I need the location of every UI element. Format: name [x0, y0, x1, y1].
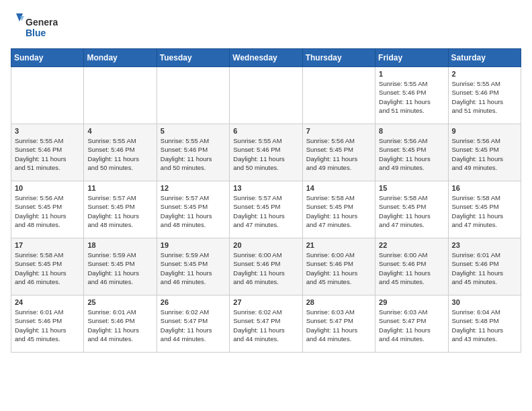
calendar-cell: 9Sunrise: 5:56 AM Sunset: 5:45 PM Daylig…	[448, 124, 521, 181]
calendar-cell: 27Sunrise: 6:02 AM Sunset: 5:47 PM Dayli…	[230, 295, 302, 353]
calendar-cell: 4Sunrise: 5:55 AM Sunset: 5:46 PM Daylig…	[84, 124, 157, 181]
day-number: 30	[452, 298, 517, 306]
calendar-cell: 8Sunrise: 5:56 AM Sunset: 5:45 PM Daylig…	[375, 124, 448, 181]
day-info: Sunrise: 5:56 AM Sunset: 5:45 PM Dayligh…	[15, 193, 80, 229]
day-info: Sunrise: 5:58 AM Sunset: 5:45 PM Dayligh…	[15, 250, 80, 286]
weekday-header-sunday: Sunday	[11, 49, 84, 67]
day-number: 15	[379, 184, 444, 192]
day-number: 18	[87, 241, 152, 249]
weekday-header-friday: Friday	[375, 49, 448, 67]
day-number: 6	[233, 127, 298, 135]
calendar-cell: 21Sunrise: 6:00 AM Sunset: 5:46 PM Dayli…	[302, 238, 375, 295]
calendar-cell: 10Sunrise: 5:56 AM Sunset: 5:45 PM Dayli…	[11, 181, 84, 238]
day-info: Sunrise: 6:01 AM Sunset: 5:46 PM Dayligh…	[452, 250, 517, 286]
day-number: 9	[452, 127, 517, 135]
day-number: 17	[15, 241, 80, 249]
calendar-cell: 25Sunrise: 6:01 AM Sunset: 5:46 PM Dayli…	[84, 295, 157, 353]
day-info: Sunrise: 5:56 AM Sunset: 5:45 PM Dayligh…	[306, 136, 371, 172]
day-info: Sunrise: 6:00 AM Sunset: 5:46 PM Dayligh…	[233, 250, 298, 286]
day-number: 4	[87, 127, 152, 135]
day-number: 23	[452, 241, 517, 249]
calendar-cell	[84, 67, 157, 124]
day-info: Sunrise: 6:04 AM Sunset: 5:48 PM Dayligh…	[452, 308, 517, 343]
day-number: 29	[379, 298, 444, 306]
logo: General Blue	[11, 11, 58, 43]
calendar-cell: 16Sunrise: 5:58 AM Sunset: 5:45 PM Dayli…	[448, 181, 521, 238]
day-info: Sunrise: 5:59 AM Sunset: 5:45 PM Dayligh…	[87, 250, 152, 286]
day-number: 16	[452, 184, 517, 192]
calendar-cell: 13Sunrise: 5:57 AM Sunset: 5:45 PM Dayli…	[230, 181, 302, 238]
day-number: 27	[233, 298, 298, 306]
calendar-cell: 28Sunrise: 6:03 AM Sunset: 5:47 PM Dayli…	[302, 295, 375, 353]
day-info: Sunrise: 6:00 AM Sunset: 5:46 PM Dayligh…	[306, 250, 371, 286]
logo-svg: General Blue	[11, 11, 58, 43]
day-number: 1	[379, 70, 444, 78]
calendar-cell: 5Sunrise: 5:55 AM Sunset: 5:46 PM Daylig…	[157, 124, 229, 181]
calendar-cell: 7Sunrise: 5:56 AM Sunset: 5:45 PM Daylig…	[302, 124, 375, 181]
page-header: General Blue	[11, 11, 521, 43]
weekday-header-wednesday: Wednesday	[230, 49, 302, 67]
day-info: Sunrise: 5:56 AM Sunset: 5:45 PM Dayligh…	[452, 136, 517, 172]
day-number: 3	[15, 127, 80, 135]
day-info: Sunrise: 5:58 AM Sunset: 5:45 PM Dayligh…	[379, 193, 444, 229]
day-info: Sunrise: 6:01 AM Sunset: 5:46 PM Dayligh…	[87, 308, 152, 343]
day-info: Sunrise: 5:57 AM Sunset: 5:45 PM Dayligh…	[161, 193, 226, 229]
svg-text:Blue: Blue	[26, 28, 46, 38]
week-row-1: 1Sunrise: 5:55 AM Sunset: 5:46 PM Daylig…	[11, 67, 521, 124]
week-row-2: 3Sunrise: 5:55 AM Sunset: 5:46 PM Daylig…	[11, 124, 521, 181]
svg-text:General: General	[26, 17, 58, 28]
day-info: Sunrise: 5:58 AM Sunset: 5:45 PM Dayligh…	[306, 193, 371, 229]
day-info: Sunrise: 6:02 AM Sunset: 5:47 PM Dayligh…	[233, 308, 298, 343]
calendar-cell: 6Sunrise: 5:55 AM Sunset: 5:46 PM Daylig…	[230, 124, 302, 181]
day-info: Sunrise: 5:55 AM Sunset: 5:46 PM Dayligh…	[87, 136, 152, 172]
calendar-cell	[230, 67, 302, 124]
week-row-4: 17Sunrise: 5:58 AM Sunset: 5:45 PM Dayli…	[11, 238, 521, 295]
day-number: 19	[161, 241, 226, 249]
day-number: 13	[233, 184, 298, 192]
calendar-cell: 23Sunrise: 6:01 AM Sunset: 5:46 PM Dayli…	[448, 238, 521, 295]
day-info: Sunrise: 6:03 AM Sunset: 5:47 PM Dayligh…	[306, 308, 371, 343]
calendar-cell: 19Sunrise: 5:59 AM Sunset: 5:45 PM Dayli…	[157, 238, 229, 295]
day-info: Sunrise: 5:57 AM Sunset: 5:45 PM Dayligh…	[233, 193, 298, 229]
calendar-cell: 17Sunrise: 5:58 AM Sunset: 5:45 PM Dayli…	[11, 238, 84, 295]
day-info: Sunrise: 6:00 AM Sunset: 5:46 PM Dayligh…	[379, 250, 444, 286]
day-info: Sunrise: 5:55 AM Sunset: 5:46 PM Dayligh…	[233, 136, 298, 172]
calendar-cell	[11, 67, 84, 124]
day-number: 22	[379, 241, 444, 249]
day-info: Sunrise: 5:55 AM Sunset: 5:46 PM Dayligh…	[161, 136, 226, 172]
day-number: 12	[161, 184, 226, 192]
calendar-cell: 3Sunrise: 5:55 AM Sunset: 5:46 PM Daylig…	[11, 124, 84, 181]
day-info: Sunrise: 5:57 AM Sunset: 5:45 PM Dayligh…	[87, 193, 152, 229]
day-number: 21	[306, 241, 371, 249]
calendar-cell	[157, 67, 229, 124]
day-number: 5	[161, 127, 226, 135]
day-number: 28	[306, 298, 371, 306]
calendar-cell: 24Sunrise: 6:01 AM Sunset: 5:46 PM Dayli…	[11, 295, 84, 353]
day-info: Sunrise: 5:58 AM Sunset: 5:45 PM Dayligh…	[452, 193, 517, 229]
day-number: 20	[233, 241, 298, 249]
calendar-cell: 1Sunrise: 5:55 AM Sunset: 5:46 PM Daylig…	[375, 67, 448, 124]
calendar-cell: 22Sunrise: 6:00 AM Sunset: 5:46 PM Dayli…	[375, 238, 448, 295]
weekday-header-thursday: Thursday	[302, 49, 375, 67]
day-number: 11	[87, 184, 152, 192]
calendar-cell: 18Sunrise: 5:59 AM Sunset: 5:45 PM Dayli…	[84, 238, 157, 295]
day-number: 10	[15, 184, 80, 192]
weekday-header-tuesday: Tuesday	[157, 49, 229, 67]
day-info: Sunrise: 5:55 AM Sunset: 5:46 PM Dayligh…	[15, 136, 80, 172]
day-number: 14	[306, 184, 371, 192]
day-info: Sunrise: 6:02 AM Sunset: 5:47 PM Dayligh…	[161, 308, 226, 343]
calendar-cell: 20Sunrise: 6:00 AM Sunset: 5:46 PM Dayli…	[230, 238, 302, 295]
calendar-cell: 12Sunrise: 5:57 AM Sunset: 5:45 PM Dayli…	[157, 181, 229, 238]
day-info: Sunrise: 5:59 AM Sunset: 5:45 PM Dayligh…	[161, 250, 226, 286]
day-info: Sunrise: 5:56 AM Sunset: 5:45 PM Dayligh…	[379, 136, 444, 172]
day-info: Sunrise: 5:55 AM Sunset: 5:46 PM Dayligh…	[379, 79, 444, 115]
weekday-header-saturday: Saturday	[448, 49, 521, 67]
calendar-cell: 14Sunrise: 5:58 AM Sunset: 5:45 PM Dayli…	[302, 181, 375, 238]
weekday-header-row: SundayMondayTuesdayWednesdayThursdayFrid…	[11, 49, 521, 67]
calendar-table: SundayMondayTuesdayWednesdayThursdayFrid…	[11, 48, 521, 353]
calendar-cell: 26Sunrise: 6:02 AM Sunset: 5:47 PM Dayli…	[157, 295, 229, 353]
day-number: 2	[452, 70, 517, 78]
day-number: 8	[379, 127, 444, 135]
day-number: 7	[306, 127, 371, 135]
day-number: 26	[161, 298, 226, 306]
